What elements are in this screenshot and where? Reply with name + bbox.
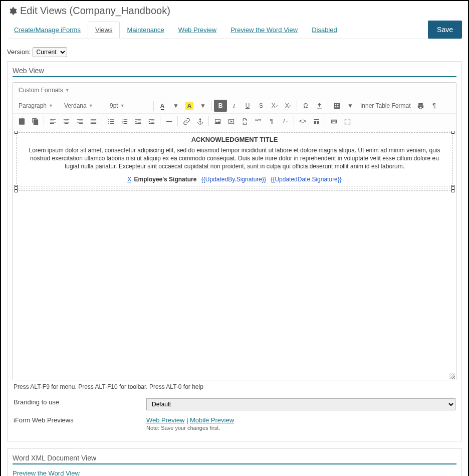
sig-label: Employee's Signature	[134, 176, 197, 183]
sig-x[interactable]: X	[127, 176, 131, 183]
print-button[interactable]	[414, 100, 427, 112]
hr-button[interactable]	[162, 115, 175, 127]
signature-row[interactable]: X Employee's Signature {{UpdatedBy.Signa…	[18, 174, 451, 185]
clear-format-button[interactable]: T×	[279, 115, 292, 127]
branding-label: Branding to use	[14, 398, 146, 406]
table-caret[interactable]: ▼	[344, 100, 357, 112]
page-title: Edit Views (Company_Handbook)	[20, 5, 170, 17]
show-blocks-button[interactable]: ¶	[428, 100, 441, 112]
version-select[interactable]: Current	[33, 47, 67, 57]
fullscreen-button[interactable]	[341, 115, 354, 127]
upload-button[interactable]	[313, 100, 326, 112]
text-color-button[interactable]: A	[156, 100, 169, 112]
paste-text-button[interactable]	[29, 115, 42, 127]
image-button[interactable]	[211, 115, 224, 127]
special-char-button[interactable]: Ω	[299, 100, 312, 112]
tab-disabled[interactable]: Disabled	[305, 22, 344, 38]
table-button[interactable]	[330, 100, 343, 112]
align-justify-button[interactable]	[87, 115, 100, 127]
align-center-button[interactable]	[60, 115, 73, 127]
font-family-dropdown[interactable]: Verdana▼	[61, 100, 106, 112]
blockquote-button[interactable]: “”	[252, 115, 265, 127]
editor-content-area[interactable]: ACKNOWLEDGMENT TITLE Lorem ipsum dolor s…	[13, 129, 456, 380]
tab-create-manage[interactable]: Create/Manage iForms	[7, 22, 88, 38]
previews-label: iForm Web Previews	[14, 416, 146, 424]
text-color-caret[interactable]: ▼	[169, 100, 182, 112]
highlight-button[interactable]: A	[183, 100, 196, 112]
preview-word-link[interactable]: Preview the Word View	[13, 469, 80, 476]
code-button[interactable]: <>	[296, 115, 309, 127]
bold-button[interactable]: B	[214, 100, 227, 112]
underline-button[interactable]: U	[241, 100, 254, 112]
word-view-title: Word XML Document View	[13, 452, 456, 464]
inner-table-format-button[interactable]: Inner Table Format	[357, 102, 414, 109]
tab-preview-word[interactable]: Preview the Word View	[223, 22, 305, 38]
page-break-button[interactable]	[238, 115, 251, 127]
strikethrough-button[interactable]: S	[255, 100, 268, 112]
mobile-preview-link[interactable]: Mobile Preview	[190, 416, 234, 424]
editor-hint: Press ALT-F9 for menu. Press ALT-F10 for…	[13, 380, 456, 395]
font-size-dropdown[interactable]: 9pt▼	[106, 100, 151, 112]
anchor-button[interactable]	[193, 115, 206, 127]
link-button[interactable]	[180, 115, 193, 127]
template-button[interactable]	[310, 115, 323, 127]
branding-select[interactable]: Default	[146, 398, 455, 410]
tab-views[interactable]: Views	[88, 22, 120, 38]
svg-point-1	[108, 121, 109, 122]
paste-button[interactable]	[15, 115, 28, 127]
number-list-button[interactable]	[118, 115, 131, 127]
align-right-button[interactable]	[73, 115, 86, 127]
align-left-button[interactable]	[46, 115, 59, 127]
subscript-button[interactable]: X2	[268, 100, 281, 112]
web-view-title: Web View	[13, 65, 456, 77]
keyboard-button[interactable]	[327, 115, 340, 127]
block-format-dropdown[interactable]: Paragraph▼	[15, 100, 60, 112]
tab-web-preview[interactable]: Web Preview	[171, 22, 223, 38]
indent-button[interactable]	[145, 115, 158, 127]
gear-icon	[8, 7, 17, 16]
rich-text-editor: Custom Formats▼ Paragraph▼ Verdana▼ 9pt▼…	[13, 82, 456, 380]
superscript-button[interactable]: X2	[282, 100, 295, 112]
tab-bar: Create/Manage iForms Views Maintenance W…	[7, 21, 462, 39]
custom-formats-dropdown[interactable]: Custom Formats▼	[15, 84, 73, 96]
version-label: Version:	[7, 48, 31, 56]
svg-point-2	[108, 123, 109, 124]
tab-maintenance[interactable]: Maintenance	[120, 22, 171, 38]
ltr-button[interactable]: ¶	[265, 115, 278, 127]
save-button[interactable]: Save	[428, 21, 462, 39]
ack-title[interactable]: ACKNOWLEDGMENT TITLE	[18, 134, 451, 145]
previews-note: Note: Save your changes first.	[146, 425, 455, 431]
sig-updateddate-token: {{UpdatedDate.Signature}}	[271, 176, 341, 183]
sig-updatedby-token: {{UpdatedBy.Signature}}	[201, 176, 266, 183]
svg-point-0	[108, 119, 109, 120]
resize-grip-icon[interactable]	[449, 373, 455, 379]
ack-body[interactable]: Lorem ipsum dolor sit amet, consectetur …	[18, 145, 451, 174]
web-preview-link[interactable]: Web Preview	[146, 416, 184, 424]
bullet-list-button[interactable]	[104, 115, 117, 127]
outdent-button[interactable]	[131, 115, 144, 127]
italic-button[interactable]: I	[227, 100, 241, 112]
highlight-caret[interactable]: ▼	[196, 100, 209, 112]
word-view-panel: Word XML Document View Preview the Word …	[7, 448, 462, 476]
media-button[interactable]	[224, 115, 238, 127]
web-view-panel: Web View Custom Formats▼ Paragraph▼ Verd…	[7, 61, 462, 441]
